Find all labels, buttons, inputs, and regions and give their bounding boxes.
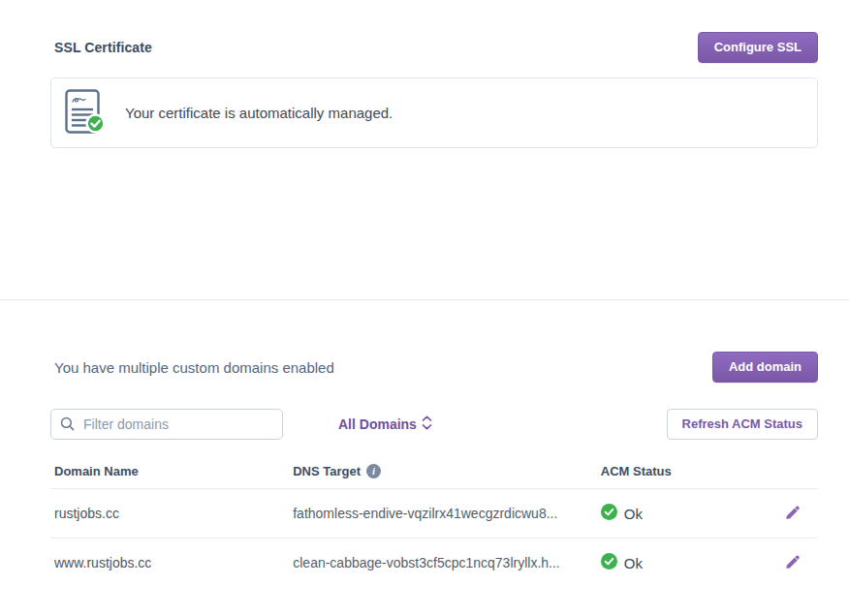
pencil-icon — [785, 505, 801, 523]
pencil-icon — [785, 554, 801, 572]
acm-status-cell: Ok — [597, 539, 759, 588]
domains-scope-label: All Domains — [338, 416, 417, 432]
check-circle-icon — [601, 504, 617, 523]
filter-domains-input[interactable] — [50, 409, 283, 440]
domains-table: Domain Name DNS Target i ACM Status rust… — [50, 464, 818, 588]
certificate-document-icon — [65, 89, 105, 137]
domain-name-cell: rustjobs.cc — [50, 489, 289, 539]
column-header-acm-status: ACM Status — [597, 464, 759, 489]
sort-chevrons-icon — [422, 416, 432, 433]
column-header-domain-name: Domain Name — [50, 464, 289, 489]
ssl-section-header: SSL Certificate Configure SSL — [50, 32, 818, 63]
refresh-acm-status-button[interactable]: Refresh ACM Status — [667, 409, 818, 441]
edit-domain-button[interactable] — [781, 550, 804, 576]
configure-ssl-button[interactable]: Configure SSL — [698, 32, 818, 64]
info-icon[interactable]: i — [366, 464, 381, 478]
acm-status-cell: Ok — [597, 489, 759, 539]
domains-headline: You have multiple custom domains enabled — [50, 359, 334, 376]
status-badge: Ok — [624, 555, 643, 571]
dns-target-cell: clean-cabbage-vobst3cf5cpc1ncq73lryllx.h… — [289, 539, 597, 588]
domains-section-header: You have multiple custom domains enabled… — [50, 352, 818, 383]
column-header-actions — [759, 464, 818, 489]
status-badge: Ok — [624, 506, 643, 522]
domains-controls-row: All Domains Refresh ACM Status — [50, 409, 818, 440]
filter-domains-field — [50, 409, 283, 440]
actions-cell — [759, 539, 818, 588]
check-circle-icon — [601, 553, 617, 572]
column-header-dns-target: DNS Target i — [289, 464, 597, 489]
section-divider — [0, 299, 849, 300]
actions-cell — [759, 489, 818, 539]
table-row: rustjobs.cc fathomless-endive-vqzilrx41w… — [50, 489, 818, 539]
domain-name-cell: www.rustjobs.cc — [50, 539, 289, 588]
table-row: www.rustjobs.cc clean-cabbage-vobst3cf5c… — [50, 539, 818, 588]
domains-scope-selector[interactable]: All Domains — [338, 416, 432, 433]
dns-target-cell: fathomless-endive-vqzilrx41wecgzrdicwu8.… — [289, 489, 597, 539]
domains-table-header-row: Domain Name DNS Target i ACM Status — [50, 464, 818, 489]
ssl-section-title: SSL Certificate — [50, 40, 152, 55]
add-domain-button[interactable]: Add domain — [712, 352, 818, 384]
certificate-status-message: Your certificate is automatically manage… — [125, 105, 393, 121]
search-icon — [60, 416, 75, 431]
edit-domain-button[interactable] — [781, 501, 804, 527]
app-settings-page: SSL Certificate Configure SSL Your certi… — [0, 32, 849, 616]
certificate-card: Your certificate is automatically manage… — [50, 77, 818, 148]
